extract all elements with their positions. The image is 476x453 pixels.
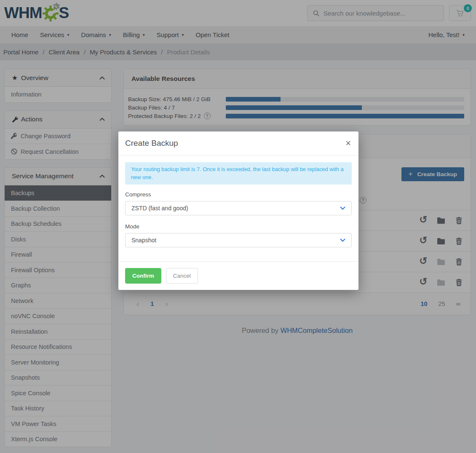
compress-selected-value: ZSTD (fast and good) xyxy=(131,205,188,212)
mode-field: Mode Snapshot xyxy=(125,223,352,247)
close-icon[interactable]: × xyxy=(345,139,352,148)
compress-field: Compress ZSTD (fast and good) xyxy=(125,191,352,215)
modal-title: Create Backup xyxy=(125,139,178,148)
mode-label: Mode xyxy=(125,223,352,230)
compress-label: Compress xyxy=(125,191,352,198)
modal-header: Create Backup × xyxy=(118,131,358,155)
modal-footer: Confirm Cancel xyxy=(118,261,358,290)
mode-select[interactable]: Snapshot xyxy=(125,233,352,247)
modal-body: Your routing backup limit is 7. Once it … xyxy=(118,155,358,261)
backup-limit-alert: Your routing backup limit is 7. Once it … xyxy=(125,162,352,185)
chevron-down-icon xyxy=(340,206,345,210)
mode-selected-value: Snapshot xyxy=(131,237,156,244)
cancel-button[interactable]: Cancel xyxy=(166,268,198,284)
chevron-down-icon xyxy=(340,239,345,242)
create-backup-modal: Create Backup × Your routing backup limi… xyxy=(118,131,358,290)
compress-select[interactable]: ZSTD (fast and good) xyxy=(125,201,352,215)
confirm-button[interactable]: Confirm xyxy=(125,268,161,284)
